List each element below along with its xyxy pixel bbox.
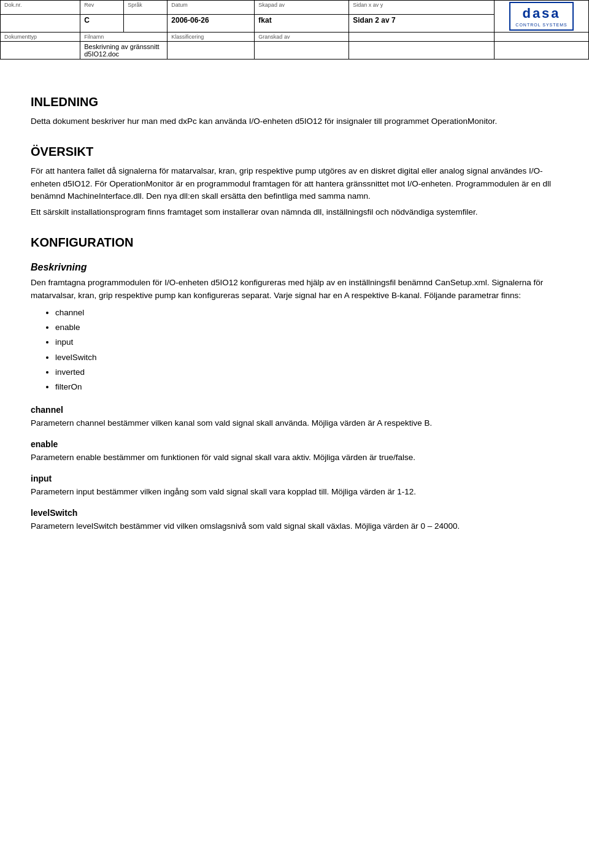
datum-value: 2006-06-26 — [167, 14, 255, 32]
sprak-value — [124, 14, 167, 32]
granskad-av-label: Granskad av — [255, 33, 349, 42]
list-item: input — [55, 335, 558, 350]
logo-dasa: dasa — [515, 6, 567, 21]
inledning-title: INLEDNING — [31, 95, 558, 109]
skapad-av-value: fkat — [255, 14, 349, 32]
dok-nr-value — [1, 14, 80, 32]
inledning-text: Detta dokument beskriver hur man med dxP… — [31, 115, 558, 128]
channel-text: Parametern channel bestämmer vilken kana… — [31, 417, 558, 429]
konfiguration-title: KONFIGURATION — [31, 236, 558, 250]
list-item: channel — [55, 305, 558, 320]
rev-label: Rev — [80, 1, 124, 15]
dokumenttyp-value — [1, 42, 80, 60]
list-item: levelSwitch — [55, 350, 558, 365]
enable-text: Parametern enable bestämmer om funktione… — [31, 451, 558, 464]
oversikt-title: ÖVERSIKT — [31, 145, 558, 159]
datum-label: Datum — [167, 1, 255, 15]
filnamn-value: Beskrivning av gränssnitt d5IO12.doc — [80, 42, 167, 60]
logo-subtitle: CONTROL SYSTEMS — [515, 23, 567, 27]
levelswitch-title: levelSwitch — [31, 508, 558, 518]
sprak-label: Språk — [124, 1, 167, 15]
extra-cell-2 — [495, 42, 589, 60]
oversikt-para1: För att hantera fallet då signalerna för… — [31, 165, 558, 202]
document-header: Dok.nr. Rev Språk Datum Skapad av Sidan … — [0, 0, 589, 60]
dok-nr-label: Dok.nr. — [1, 1, 80, 15]
granskad-av-empty — [349, 33, 495, 42]
main-content: INLEDNING Detta dokument beskriver hur m… — [0, 60, 589, 561]
klassificering-value — [167, 42, 255, 60]
list-item: inverted — [55, 365, 558, 380]
logo-cell: dasa CONTROL SYSTEMS — [495, 1, 589, 33]
oversikt-para2: Ett särskilt installationsprogram finns … — [31, 206, 558, 218]
dokumenttyp-label: Dokumenttyp — [1, 33, 80, 42]
list-item: filterOn — [55, 380, 558, 394]
input-text: Parametern input bestämmer vilken ingång… — [31, 486, 558, 498]
skapad-av-label: Skapad av — [255, 1, 349, 15]
extra-cell — [349, 42, 495, 60]
channel-title: channel — [31, 405, 558, 415]
beskrivning-para1: Den framtagna programmodulen för I/O-enh… — [31, 277, 558, 302]
list-item: enable — [55, 320, 558, 335]
enable-title: enable — [31, 439, 558, 449]
parameter-list: channel enable input levelSwitch inverte… — [55, 305, 558, 395]
levelswitch-text: Parametern levelSwitch bestämmer vid vil… — [31, 520, 558, 532]
rev-value: C — [80, 14, 124, 32]
sidan-value: Sidan 2 av 7 — [349, 14, 495, 32]
sidan-label: Sidan x av y — [349, 1, 495, 15]
logo-placeholder — [495, 33, 589, 42]
klassificering-label: Klassificering — [167, 33, 255, 42]
filnamn-label: Filnamn — [80, 33, 167, 42]
granskad-av-value — [255, 42, 349, 60]
input-title: input — [31, 474, 558, 483]
beskrivning-subtitle: Beskrivning — [31, 262, 558, 273]
